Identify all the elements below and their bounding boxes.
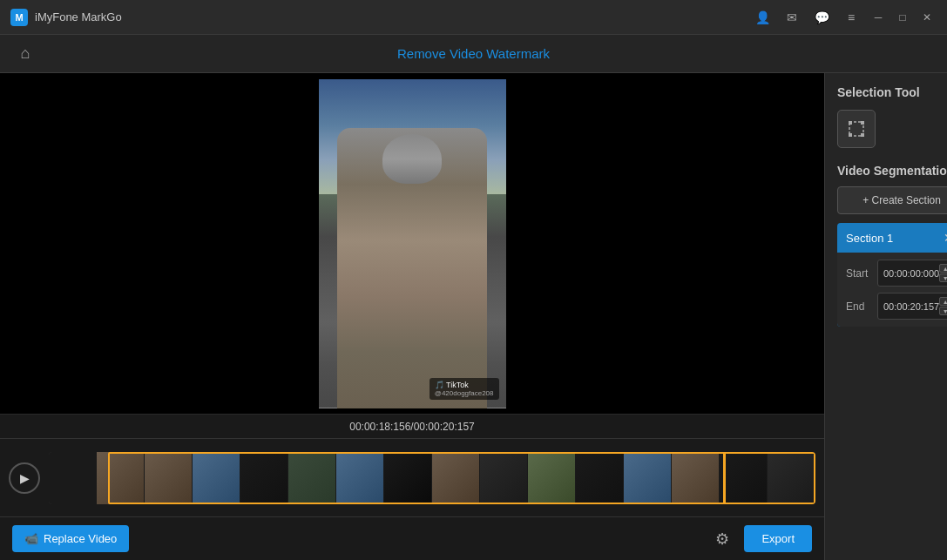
svg-rect-4 [861, 133, 864, 137]
timeline-frame [288, 452, 336, 504]
timeline-track[interactable] [49, 452, 815, 504]
page-title: Remove Video Watermark [397, 46, 550, 61]
rect-select-icon [847, 119, 866, 138]
video-preview: 🎵 TikTok @420doggface208 [0, 73, 824, 414]
timeline-frame [720, 452, 768, 504]
chat-btn[interactable]: 💬 [809, 5, 834, 30]
end-time-up[interactable]: ▲ [939, 297, 947, 306]
start-time-up[interactable]: ▲ [939, 264, 947, 273]
timestamp-text: 00:00:18:156/00:00:20:157 [349, 421, 474, 433]
selection-tool-area [837, 110, 947, 148]
timeline-frame [480, 452, 528, 504]
section-title: Section 1 [846, 232, 893, 245]
video-frame: 🎵 TikTok @420doggface208 [319, 79, 506, 408]
timeline-frame [49, 452, 97, 504]
maximize-btn[interactable]: □ [893, 8, 912, 27]
end-time-row: End 00:00:20:157 ▲ ▼ [846, 293, 947, 320]
rect-selection-tool-button[interactable] [837, 110, 876, 148]
selection-tool-heading: Selection Tool [837, 85, 947, 99]
close-window-btn[interactable]: ✕ [917, 8, 937, 27]
tiktok-line2: @420doggface208 [435, 389, 494, 397]
bottom-toolbar: 📹 Replace Video ⚙ Export [0, 516, 824, 560]
settings-button[interactable]: ⚙ [709, 526, 735, 552]
tiktok-watermark: 🎵 TikTok @420doggface208 [430, 378, 499, 400]
start-time-row: Start 00:00:00:000 ▲ ▼ [846, 260, 947, 287]
timeline-playhead[interactable] [723, 452, 726, 504]
export-button[interactable]: Export [744, 525, 812, 552]
title-left-area: M iMyFone MarkGo [10, 9, 122, 26]
timeline-frame [145, 452, 193, 504]
replace-video-icon: 📹 [24, 532, 38, 545]
section-header[interactable]: Section 1 ✕ [837, 223, 947, 253]
timeline-frame [193, 452, 240, 504]
title-controls: 👤 ✉ 💬 ≡ ─ □ ✕ [750, 5, 937, 30]
start-label: Start [846, 267, 877, 280]
create-section-button[interactable]: + Create Section [837, 186, 947, 214]
timestamp-bar: 00:00:18:156/00:00:20:157 [0, 414, 824, 438]
timeline-frame [576, 452, 624, 504]
menu-btn[interactable]: ≡ [839, 5, 863, 30]
timeline-frame [624, 452, 672, 504]
timeline-frame [384, 452, 432, 504]
video-area: 🎵 TikTok @420doggface208 00:00:18:156/00… [0, 73, 824, 560]
replace-video-label: Replace Video [44, 532, 117, 545]
avatar-btn[interactable]: 👤 [750, 5, 775, 30]
start-time-input[interactable]: 00:00:00:000 ▲ ▼ [877, 260, 947, 287]
start-time-down[interactable]: ▼ [939, 273, 947, 282]
replace-video-button[interactable]: 📹 Replace Video [12, 525, 129, 552]
app-logo: M [10, 9, 28, 26]
video-background: 🎵 TikTok @420doggface208 [319, 79, 506, 408]
start-time-value: 00:00:00:000 [883, 268, 939, 279]
home-button[interactable]: ⌂ [12, 41, 38, 67]
section-body: Start 00:00:00:000 ▲ ▼ End 00:00:20:157 [837, 253, 947, 327]
end-time-spinners: ▲ ▼ [939, 297, 947, 315]
end-time-down[interactable]: ▼ [939, 307, 947, 315]
timeline-frame [97, 452, 145, 504]
minimize-btn[interactable]: ─ [869, 8, 888, 27]
timeline-frame [432, 452, 480, 504]
end-time-value: 00:00:20:157 [883, 301, 939, 312]
timeline-frame [528, 452, 576, 504]
timeline-area: ▶ [0, 438, 824, 516]
timeline-frame [768, 452, 815, 504]
toolbar: ⌂ Remove Video Watermark [0, 35, 947, 73]
video-segmentation-heading: Video Segmentation [837, 164, 947, 178]
timeline-frame [672, 452, 720, 504]
timeline-frame [336, 452, 384, 504]
section-close-button[interactable]: ✕ [940, 229, 947, 246]
play-button[interactable]: ▶ [9, 462, 40, 494]
svg-rect-1 [849, 121, 852, 125]
svg-rect-3 [849, 133, 852, 137]
right-panel: Selection Tool Video Segmentation + Crea… [824, 73, 947, 560]
end-label: End [846, 300, 877, 313]
svg-rect-2 [861, 121, 864, 125]
timeline-frame [240, 452, 288, 504]
title-bar: M iMyFone MarkGo 👤 ✉ 💬 ≡ ─ □ ✕ [0, 0, 947, 35]
start-time-spinners: ▲ ▼ [939, 264, 947, 282]
section-item: Section 1 ✕ Start 00:00:00:000 ▲ ▼ End [837, 223, 947, 327]
main-content: 🎵 TikTok @420doggface208 00:00:18:156/00… [0, 73, 947, 560]
tiktok-line1: 🎵 TikTok [435, 381, 494, 389]
mail-btn[interactable]: ✉ [780, 5, 804, 30]
app-name: iMyFone MarkGo [35, 10, 122, 24]
end-time-input[interactable]: 00:00:20:157 ▲ ▼ [877, 293, 947, 320]
